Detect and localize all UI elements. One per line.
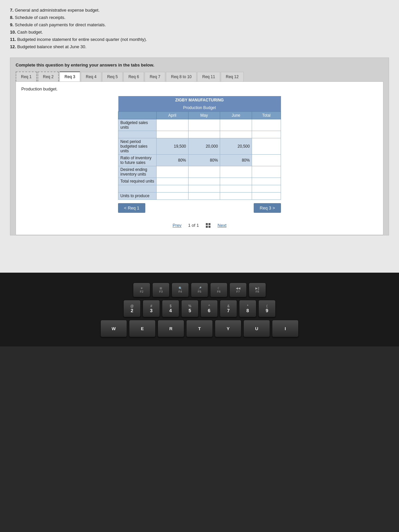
key-f8[interactable]: ▶|| F8 [249,283,266,297]
empty2-april-input[interactable] [159,186,186,191]
key-e[interactable]: E [129,320,156,337]
desired-april-input[interactable] [159,170,186,174]
empty1-april-input[interactable] [159,132,186,137]
row0-june[interactable] [220,119,252,131]
empty1-june-input[interactable] [222,132,250,137]
key-f7[interactable]: ◀◀ F7 [229,283,247,297]
key-9[interactable]: ( 9 [258,300,276,317]
key-f5[interactable]: 🎤 F5 [191,283,208,297]
row0-april-input[interactable] [159,123,186,127]
row-total-req-april[interactable] [156,178,188,185]
number-key-row: @ 2 # 3 $ 4 % 5 ^ 6 & 7 * 8 ( 9 [3,300,396,317]
row-ratio-label: Ratio of inventory to future sales [118,154,157,166]
keyboard-area: ☀ F2 ⊞ F3 🔍 F4 🎤 F5 ☾ F6 ◀◀ F7 ▶|| F8 [0,273,399,346]
row-units-produce-april[interactable] [156,192,188,200]
row-empty1-may[interactable] [188,131,220,138]
row-next-period-total[interactable] [252,138,281,154]
row-empty2-june[interactable] [220,185,252,192]
desired-may-input[interactable] [191,170,218,174]
units-produce-may-input[interactable] [191,194,218,198]
next-req-button[interactable]: Req 3 > [254,203,281,213]
key-7[interactable]: & 7 [220,300,237,317]
row-empty2-april[interactable] [156,185,188,192]
content-panel: Production budget. ZIGBY MANUFACTURING P… [16,81,383,235]
key-f4[interactable]: 🔍 F4 [172,283,189,297]
key-t[interactable]: T [186,320,213,337]
empty1-may-input[interactable] [191,132,218,137]
key-2[interactable]: @ 2 [123,300,141,317]
tab-req1[interactable]: Req 1 [16,71,37,81]
row-desired-may[interactable] [188,166,220,178]
next-page-link[interactable]: Next [217,223,226,228]
svg-rect-1 [208,223,210,225]
row0-may[interactable] [188,119,220,131]
key-f6[interactable]: ☾ F6 [210,283,227,297]
row-units-produce-may[interactable] [188,192,220,200]
desired-june-input[interactable] [222,170,250,174]
row-desired-june[interactable] [220,166,252,178]
row-desired-total[interactable] [252,166,281,178]
tab-req5[interactable]: Req 5 [102,72,123,81]
key-f3[interactable]: ⊞ F3 [152,283,170,297]
row-units-produce-total[interactable] [252,192,281,200]
empty1-total-input[interactable] [254,132,279,137]
next-period-total-input[interactable] [254,144,279,149]
total-req-april-input[interactable] [159,179,186,184]
tab-req7[interactable]: Req 7 [145,72,165,81]
desired-total-input[interactable] [254,170,279,174]
total-req-total-input[interactable] [254,179,279,184]
row0-april[interactable] [156,119,188,131]
prev-page-link[interactable]: Prev [173,223,182,228]
key-3[interactable]: # 3 [143,300,160,317]
empty2-total-input[interactable] [254,186,279,191]
row-units-produce-june[interactable] [220,192,252,200]
row0-total-input[interactable] [254,123,279,127]
units-produce-total-input[interactable] [254,194,279,198]
tab-req2[interactable]: Req 2 [38,71,59,81]
row0-may-input[interactable] [191,123,218,127]
row-empty1-total[interactable] [252,131,281,138]
empty2-may-input[interactable] [191,186,218,191]
prev-req-button[interactable]: < Req 1 [118,203,145,213]
key-w[interactable]: W [100,320,127,337]
key-8[interactable]: * 8 [239,300,256,317]
tab-req3[interactable]: Req 3 [60,71,80,81]
row-desired-april[interactable] [156,166,188,178]
row-empty2-total[interactable] [252,185,281,192]
row-total-req-june[interactable] [220,178,252,185]
row-ratio-total[interactable] [252,154,281,166]
list-item-8: 8. Schedule of cash receipts. [10,14,389,21]
empty2-june-input[interactable] [222,186,250,191]
list-item-7: 7. General and administrative expense bu… [10,7,389,14]
row-total-req-may[interactable] [188,178,220,185]
key-6[interactable]: ^ 6 [200,300,218,317]
key-f2[interactable]: ☀ F2 [133,283,150,297]
key-r[interactable]: R [158,320,184,337]
row-empty1-june[interactable] [220,131,252,138]
key-5[interactable]: % 5 [181,300,199,317]
question-instruction: Complete this question by entering your … [16,63,383,67]
list-item-11: 11. Budgeted income statement for entire… [10,36,389,43]
ratio-total-input[interactable] [254,158,279,163]
page-content: 7. General and administrative expense bu… [0,0,399,273]
nav-buttons-row: < Req 1 Req 3 > [118,203,281,213]
units-produce-june-input[interactable] [222,194,250,198]
tab-req12[interactable]: Req 12 [221,72,244,81]
row0-june-input[interactable] [222,123,250,127]
units-produce-april-input[interactable] [159,194,186,198]
tab-req6[interactable]: Req 6 [123,72,144,81]
row-total-req-total[interactable] [252,178,281,185]
total-req-may-input[interactable] [191,179,218,184]
total-req-june-input[interactable] [222,179,250,184]
tab-req4[interactable]: Req 4 [81,72,101,81]
tab-req8to10[interactable]: Req 8 to 10 [166,72,197,81]
row-next-period-may: 20,000 [188,138,220,154]
row0-total[interactable] [252,119,281,131]
key-i[interactable]: I [272,320,299,337]
key-4[interactable]: $ 4 [162,300,179,317]
key-y[interactable]: Y [215,320,241,337]
row-empty2-may[interactable] [188,185,220,192]
tab-req11[interactable]: Req 11 [197,72,220,81]
key-u[interactable]: U [243,320,270,337]
row-empty1-april[interactable] [156,131,188,138]
